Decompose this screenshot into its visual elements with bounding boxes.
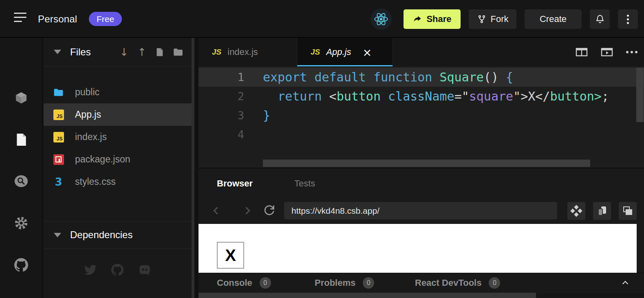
react-devtools-count-badge: 0: [489, 277, 500, 289]
console-tab[interactable]: Console 0: [217, 273, 271, 293]
css-icon: 3: [53, 176, 64, 187]
diamonds-icon: [571, 206, 582, 216]
devtools-scrollbar-track: [536, 293, 644, 298]
preview-actions-button[interactable]: [567, 202, 585, 220]
preview-window-button[interactable]: [601, 47, 613, 57]
files-panel: Files ↓ ↑ public: [44, 38, 192, 298]
split-view-button[interactable]: [576, 47, 588, 57]
new-file-button[interactable]: [155, 47, 164, 57]
file-row-indexjs[interactable]: JS index.js: [44, 126, 192, 148]
panel-resize-divider[interactable]: [192, 38, 194, 298]
file-name: package.json: [75, 154, 130, 165]
console-count-badge: 0: [260, 277, 271, 289]
square-game-button[interactable]: X: [217, 242, 244, 269]
refresh-icon: [263, 204, 276, 217]
url-input[interactable]: [284, 202, 557, 219]
react-atom-icon: [374, 12, 388, 26]
file-row-appjs[interactable]: JS App.js: [44, 103, 192, 126]
code-lines: 1export default function Square() {2 ret…: [198, 68, 644, 144]
preview-window-icon: [601, 47, 613, 57]
js-icon: JS: [53, 131, 64, 142]
editor-tab-bar: JS index.js JS App.js ×: [198, 38, 644, 66]
kebab-menu-button[interactable]: [618, 9, 638, 29]
open-in-new-window-button[interactable]: [619, 202, 637, 220]
code-text: export default function Square() {: [263, 70, 513, 84]
problems-label: Problems: [315, 278, 355, 288]
line-number: 4: [198, 128, 258, 141]
code-line[interactable]: 3}: [198, 106, 644, 125]
expand-devtools-button[interactable]: [619, 279, 631, 289]
files-actions: ↓ ↑: [119, 38, 183, 66]
share-button[interactable]: Share: [404, 9, 461, 29]
code-text: }: [263, 108, 270, 123]
tab-browser[interactable]: Browser: [217, 169, 253, 198]
plan-badge[interactable]: Free: [89, 12, 122, 26]
devtools-scrollbar[interactable]: [198, 293, 536, 298]
github-icon[interactable]: [111, 264, 124, 276]
workspace-name[interactable]: Personal: [38, 13, 77, 25]
github-icon: [14, 258, 28, 272]
file-name: App.js: [75, 109, 101, 120]
line-number: 1: [198, 71, 258, 83]
refresh-button[interactable]: [263, 204, 276, 217]
folder-icon: [53, 87, 64, 98]
problems-tab[interactable]: Problems 0: [315, 273, 374, 293]
file-name: public: [75, 87, 99, 98]
js-file-icon: JS: [212, 48, 221, 57]
line-number: 3: [198, 109, 258, 122]
sidebar-item-files[interactable]: [11, 130, 31, 149]
code-editor[interactable]: 1export default function Square() {2 ret…: [198, 66, 644, 168]
file-row-stylescss[interactable]: 3 styles.css: [44, 171, 192, 193]
sidebar-item-search[interactable]: [11, 171, 31, 191]
sidebar-item-sandbox[interactable]: [11, 88, 31, 107]
code-line[interactable]: 2 return <button className="square">X</b…: [198, 87, 644, 106]
more-actions-button[interactable]: [626, 51, 637, 53]
preview-panel: Browser Tests X: [198, 168, 644, 298]
code-text: return <button className="square">X</but…: [263, 89, 609, 103]
close-tab-icon[interactable]: ×: [362, 47, 372, 58]
create-button[interactable]: Create: [525, 9, 582, 29]
ellipsis-icon: [626, 51, 629, 53]
sidebar-item-github[interactable]: [11, 255, 31, 275]
file-row-public[interactable]: public: [44, 81, 192, 103]
duplicate-preview-button[interactable]: [593, 202, 611, 220]
fork-label: Fork: [491, 14, 509, 24]
settings-gear-icon: [14, 216, 29, 230]
dependencies-section-header[interactable]: Dependencies: [44, 221, 192, 249]
tab-indexjs[interactable]: JS index.js: [198, 38, 297, 66]
react-logo[interactable]: [371, 9, 392, 30]
share-label: Share: [426, 14, 451, 24]
download-button[interactable]: ↓: [119, 46, 128, 58]
twitter-icon[interactable]: [84, 264, 97, 276]
code-line[interactable]: 4: [198, 125, 644, 144]
search-icon: [14, 174, 29, 188]
files-section-header[interactable]: Files ↓ ↑: [44, 38, 192, 66]
tab-label: index.js: [227, 47, 258, 57]
editor-vertical-scrollbar[interactable]: [636, 68, 644, 122]
kebab-icon: [627, 15, 629, 17]
notifications-button[interactable]: [590, 9, 610, 29]
line-number: 2: [198, 90, 258, 103]
new-file-icon: [155, 47, 164, 57]
sidebar-item-settings[interactable]: [11, 213, 31, 233]
browser-preview: X: [198, 224, 637, 273]
tab-appjs[interactable]: JS App.js ×: [297, 38, 393, 66]
files-title: Files: [70, 46, 91, 58]
tab-tests[interactable]: Tests: [294, 169, 315, 198]
back-button[interactable]: [210, 205, 224, 217]
forward-button[interactable]: [239, 205, 253, 217]
file-row-packagejson[interactable]: package.json: [44, 148, 192, 171]
react-devtools-tab[interactable]: React DevTools 0: [415, 273, 500, 293]
code-line[interactable]: 1export default function Square() {: [198, 68, 644, 87]
discord-icon[interactable]: [138, 264, 151, 276]
new-folder-button[interactable]: [173, 47, 183, 57]
codesandbox-app: Personal Free Share Fork: [0, 0, 644, 298]
upload-button[interactable]: ↑: [137, 46, 146, 58]
menu-button[interactable]: [14, 13, 32, 26]
js-icon: JS: [53, 109, 64, 120]
fork-button[interactable]: Fork: [469, 9, 516, 29]
editor-horizontal-scrollbar[interactable]: [263, 160, 590, 167]
copy-icon: [597, 206, 607, 216]
file-name: styles.css: [75, 176, 116, 187]
new-folder-icon: [173, 47, 183, 57]
